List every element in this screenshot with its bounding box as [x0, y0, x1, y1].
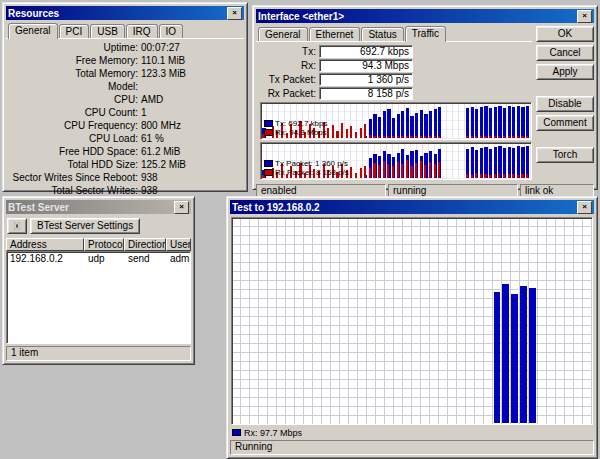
- cell-direction: send: [125, 252, 167, 265]
- tab-pci[interactable]: PCI: [59, 24, 90, 38]
- interface-titlebar[interactable]: Interface <ether1> ×: [256, 9, 594, 23]
- bar-slot: [385, 219, 394, 423]
- resources-window: Resources × General PCI USB IRQ IO Uptim…: [2, 2, 248, 192]
- rx-rate-value: 94.3 Mbps: [319, 59, 413, 72]
- rx-bar: [410, 166, 412, 178]
- field-value: AMD: [141, 94, 163, 105]
- bar-slot: [412, 219, 421, 423]
- field-label: Total Memory:: [6, 68, 141, 79]
- rx-bar: [360, 128, 362, 138]
- rx-bar: [475, 136, 477, 138]
- bar-slot: [367, 219, 376, 423]
- tx-bar: [420, 110, 423, 138]
- tx-bar: [429, 111, 432, 138]
- tab-io[interactable]: IO: [159, 24, 184, 38]
- btest-titlebar[interactable]: BTest Server ×: [6, 200, 191, 214]
- btest-server-settings-button[interactable]: BTest Server Settings: [30, 218, 140, 234]
- column-header-address[interactable]: Address: [6, 238, 84, 251]
- tx-bar: [392, 118, 395, 138]
- ok-button[interactable]: OK: [536, 26, 594, 42]
- comment-button[interactable]: Comment: [536, 115, 594, 131]
- interface-window: Interface <ether1> × General Ethernet St…: [252, 5, 598, 190]
- tab-ethernet[interactable]: Ethernet: [309, 27, 361, 41]
- resources-titlebar[interactable]: Resources ×: [6, 6, 244, 20]
- rx-bar: [484, 136, 486, 138]
- interface-window-title: Interface <ether1>: [258, 11, 576, 22]
- rx-bar: [521, 136, 523, 138]
- column-header-direction[interactable]: Direction: [124, 238, 166, 251]
- apply-button[interactable]: Apply: [536, 64, 594, 80]
- rx-bar: [392, 166, 394, 178]
- close-icon[interactable]: ×: [577, 201, 592, 214]
- tx-bar: [401, 111, 404, 138]
- tab-irq[interactable]: IRQ: [126, 24, 158, 38]
- rx-bar: [471, 136, 473, 138]
- rx-bar: [424, 136, 426, 138]
- bar-slot: [376, 219, 385, 423]
- packet-rate-chart: Tx Packet: 1 360 p/s Rx Packet: 8 158 p/…: [260, 142, 532, 180]
- rx-bar: [406, 160, 408, 178]
- bar-slot: [305, 219, 314, 423]
- rx-bar: [494, 292, 500, 423]
- torch-button[interactable]: Torch: [536, 147, 594, 163]
- close-icon[interactable]: ×: [577, 10, 592, 23]
- rx-bar: [466, 136, 468, 138]
- rx-bar: [517, 175, 519, 178]
- test-titlebar[interactable]: Test to 192.168.0.2 ×: [230, 200, 594, 214]
- rx-bar: [406, 136, 408, 138]
- table-row[interactable]: 192.168.0.2 udp send admin: [7, 252, 190, 265]
- rx-bar: [397, 162, 399, 178]
- cancel-button[interactable]: Cancel: [536, 45, 594, 61]
- rx-bar: [360, 168, 362, 178]
- rx-bar: [434, 136, 436, 138]
- tx-bar: [471, 147, 474, 178]
- bar-slot: [278, 219, 287, 423]
- bar-slot: [233, 219, 242, 423]
- bar-slot: [484, 219, 493, 423]
- tab-general[interactable]: General: [8, 23, 58, 39]
- rx-bar: [415, 136, 417, 138]
- rx-bar: [512, 174, 514, 178]
- rx-bar: [369, 135, 371, 138]
- bar-slot: [358, 219, 367, 423]
- rx-bar: [494, 174, 496, 178]
- tx-bar: [517, 146, 520, 178]
- tx-bar: [526, 106, 529, 138]
- tab-traffic[interactable]: Traffic: [405, 26, 446, 42]
- settings-icon-button[interactable]: [7, 218, 27, 234]
- tx-bar: [397, 114, 400, 138]
- tab-usb[interactable]: USB: [90, 24, 125, 38]
- field-value: 1: [141, 107, 147, 118]
- legend-label: Rx Packet: 8 158 p/s: [275, 168, 349, 177]
- spacer: [536, 134, 594, 144]
- field-row-free-memory: Free Memory: 110.1 MiB: [6, 54, 244, 67]
- field-row-total-memory: Total Memory: 123.3 MiB: [6, 67, 244, 80]
- field-row-tx-packet: Tx Packet: 1 360 p/s: [256, 72, 532, 86]
- btest-session-list: 192.168.0.2 udp send admin: [6, 251, 191, 344]
- field-row-model: Model:: [6, 80, 244, 93]
- disable-button[interactable]: Disable: [536, 96, 594, 112]
- rx-packet-value: 8 158 p/s: [319, 87, 413, 100]
- rx-bar: [387, 164, 389, 178]
- tab-status[interactable]: Status: [361, 27, 403, 41]
- cell-address: 192.168.0.2: [7, 252, 85, 265]
- field-label: Rx:: [256, 60, 319, 71]
- field-label: CPU Load:: [6, 133, 141, 144]
- bar-slot: [475, 219, 484, 423]
- tx-bar: [489, 149, 492, 178]
- item-count: 1 item: [6, 346, 191, 361]
- close-icon[interactable]: ×: [227, 7, 242, 20]
- rx-swatch-icon: [232, 429, 241, 436]
- rx-bar: [529, 288, 535, 423]
- test-status-bar: Running: [230, 440, 594, 455]
- rx-bar: [378, 165, 380, 178]
- field-value: 123.3 MiB: [141, 68, 186, 79]
- column-header-user[interactable]: User: [166, 238, 191, 251]
- rx-bar: [383, 136, 385, 138]
- close-icon[interactable]: ×: [174, 201, 189, 214]
- field-row-tx: Tx: 692.7 kbps: [256, 44, 532, 58]
- column-header-protocol[interactable]: Protocol: [84, 238, 124, 251]
- tab-general[interactable]: General: [258, 27, 308, 41]
- rx-bar: [332, 125, 334, 138]
- rx-bar: [466, 174, 468, 178]
